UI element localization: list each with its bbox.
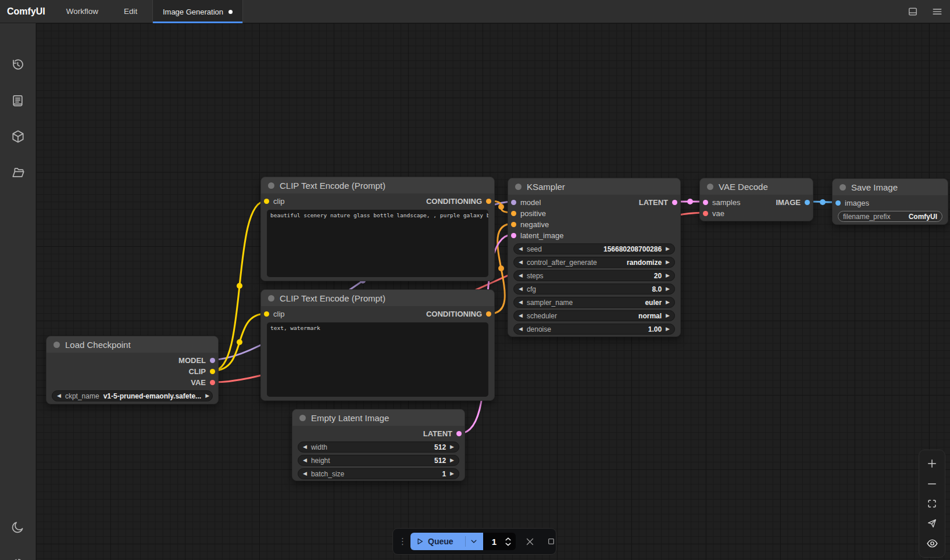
- zoom-out-icon[interactable]: [925, 477, 939, 491]
- port-samples-input[interactable]: [703, 200, 708, 205]
- widget-ckpt-name[interactable]: ◀ ckpt_name v1-5-pruned-emaonly.safete..…: [52, 390, 213, 401]
- menu-icon[interactable]: [930, 5, 944, 19]
- widget-filename-prefix[interactable]: filename_prefix ComfyUI: [838, 211, 942, 222]
- decrement-arrow-icon[interactable]: ◀: [519, 246, 523, 252]
- model-library-icon[interactable]: [10, 129, 26, 144]
- port-latent-output[interactable]: [672, 200, 677, 205]
- widget-scheduler[interactable]: ◀schedulernormal▶: [513, 310, 675, 321]
- collapse-dot[interactable]: [707, 184, 713, 190]
- node-title[interactable]: Load Checkpoint: [47, 336, 218, 353]
- collapse-dot[interactable]: [53, 342, 60, 348]
- node-title[interactable]: CLIP Text Encode (Prompt): [261, 290, 494, 306]
- widget-control-after-generate[interactable]: ◀control_after_generaterandomize▶: [513, 257, 675, 268]
- drag-handle[interactable]: ⋮: [393, 536, 410, 547]
- increment-arrow-icon[interactable]: ▶: [666, 300, 670, 305]
- fit-view-icon[interactable]: [925, 497, 939, 511]
- increment-arrow-icon[interactable]: ▶: [205, 393, 209, 399]
- clear-queue-icon[interactable]: [525, 537, 535, 547]
- prompt-textarea[interactable]: text, watermark: [267, 322, 488, 397]
- decrement-arrow-icon[interactable]: ◀: [519, 273, 523, 278]
- decrement-arrow-icon[interactable]: ◀: [303, 458, 307, 463]
- widget-steps[interactable]: ◀steps20▶: [513, 270, 675, 281]
- widget-cfg[interactable]: ◀cfg8.0▶: [513, 283, 675, 295]
- workflow-tab[interactable]: Image Generation: [152, 0, 243, 23]
- node-vae-decode[interactable]: VAE Decode samples IMAGE vae: [699, 178, 813, 221]
- decrement-arrow-icon[interactable]: ◀: [519, 300, 523, 305]
- node-save-image[interactable]: Save Image images filename_prefix ComfyU…: [832, 178, 948, 225]
- node-title[interactable]: Empty Latent Image: [292, 410, 465, 426]
- decrement-arrow-icon[interactable]: ◀: [519, 313, 523, 318]
- port-conditioning-output[interactable]: [486, 199, 491, 204]
- increment-arrow-icon[interactable]: ▶: [666, 246, 670, 252]
- port-model-output[interactable]: [210, 358, 215, 363]
- decrement-arrow-icon[interactable]: ◀: [303, 444, 307, 450]
- select-mode-icon[interactable]: [925, 516, 939, 530]
- widget-sampler-name[interactable]: ◀sampler_nameeuler▶: [513, 297, 675, 308]
- node-title[interactable]: CLIP Text Encode (Prompt): [261, 177, 494, 193]
- increment-arrow-icon[interactable]: ▶: [450, 458, 454, 463]
- port-latent-output[interactable]: [456, 431, 462, 436]
- menu-workflow[interactable]: Workflow: [53, 7, 111, 16]
- decrement-arrow-icon[interactable]: ◀: [519, 286, 523, 292]
- increment-arrow-icon[interactable]: ▶: [450, 444, 454, 450]
- prompt-textarea[interactable]: beautiful scenery nature glass bottle la…: [267, 210, 488, 277]
- collapse-dot[interactable]: [268, 182, 274, 189]
- decrement-arrow-icon[interactable]: ◀: [519, 260, 523, 265]
- widget-seed[interactable]: ◀seed156680208700286▶: [513, 243, 675, 254]
- history-icon[interactable]: [10, 57, 26, 72]
- collapse-dot[interactable]: [299, 415, 306, 421]
- node-title[interactable]: KSampler: [508, 178, 680, 195]
- decrement-arrow-icon[interactable]: ◀: [303, 471, 307, 476]
- stepper-down-icon[interactable]: [505, 543, 511, 546]
- increment-arrow-icon[interactable]: ▶: [666, 286, 670, 292]
- collapse-dot[interactable]: [515, 184, 522, 190]
- chevron-down-icon[interactable]: [470, 537, 478, 545]
- port-clip-input[interactable]: [264, 199, 269, 204]
- increment-arrow-icon[interactable]: ▶: [666, 273, 670, 278]
- port-clip-output[interactable]: [210, 369, 215, 374]
- settings-gear-icon[interactable]: [10, 557, 26, 560]
- increment-arrow-icon[interactable]: ▶: [666, 313, 670, 318]
- increment-arrow-icon[interactable]: ▶: [666, 260, 670, 265]
- port-negative-input[interactable]: [511, 222, 516, 227]
- widget-batch-size[interactable]: ◀batch_size1▶: [298, 468, 459, 479]
- node-title[interactable]: Save Image: [833, 179, 948, 195]
- bottom-panel-icon[interactable]: [906, 5, 920, 19]
- increment-arrow-icon[interactable]: ▶: [666, 326, 670, 332]
- node-load-checkpoint[interactable]: Load Checkpoint MODEL CLIP VAE ◀ ckpt_na…: [46, 336, 219, 404]
- node-title-label: KSampler: [527, 182, 565, 192]
- increment-arrow-icon[interactable]: ▶: [450, 471, 454, 476]
- stepper-up-icon[interactable]: [505, 537, 511, 541]
- widget-denoise[interactable]: ◀denoise1.00▶: [513, 324, 675, 335]
- widget-height[interactable]: ◀height512▶: [298, 455, 459, 466]
- workflows-folder-icon[interactable]: [10, 165, 26, 180]
- interrupt-stop-icon[interactable]: [547, 537, 556, 546]
- toggle-visibility-eye-icon[interactable]: [925, 537, 939, 551]
- theme-toggle-moon-icon[interactable]: [10, 519, 26, 534]
- zoom-in-icon[interactable]: [925, 457, 939, 471]
- widget-width[interactable]: ◀width512▶: [298, 441, 459, 453]
- decrement-arrow-icon[interactable]: ◀: [57, 393, 61, 399]
- batch-count-input[interactable]: 1: [483, 533, 516, 550]
- node-library-icon[interactable]: [10, 93, 26, 108]
- batch-count-value[interactable]: 1: [483, 537, 505, 547]
- port-image-output[interactable]: [805, 200, 810, 205]
- node-ksampler[interactable]: KSampler model LATENT positive negative …: [508, 178, 681, 337]
- node-clip-text-encode-positive[interactable]: CLIP Text Encode (Prompt) clip CONDITION…: [260, 177, 495, 281]
- collapse-dot[interactable]: [268, 295, 274, 301]
- queue-button[interactable]: Queue: [410, 533, 483, 550]
- decrement-arrow-icon[interactable]: ◀: [519, 326, 523, 332]
- port-images-input[interactable]: [835, 200, 841, 206]
- port-conditioning-output[interactable]: [486, 311, 491, 317]
- node-empty-latent-image[interactable]: Empty Latent Image LATENT ◀width512▶ ◀he…: [292, 409, 465, 481]
- port-clip-input[interactable]: [264, 311, 269, 317]
- port-positive-input[interactable]: [511, 211, 516, 216]
- node-clip-text-encode-negative[interactable]: CLIP Text Encode (Prompt) clip CONDITION…: [260, 289, 495, 401]
- node-title[interactable]: VAE Decode: [700, 178, 813, 195]
- menu-edit[interactable]: Edit: [111, 7, 150, 16]
- port-vae-input[interactable]: [703, 211, 708, 216]
- collapse-dot[interactable]: [840, 184, 846, 191]
- port-vae-output[interactable]: [210, 380, 215, 385]
- port-model-input[interactable]: [511, 200, 516, 205]
- port-latent-image-input[interactable]: [511, 233, 516, 238]
